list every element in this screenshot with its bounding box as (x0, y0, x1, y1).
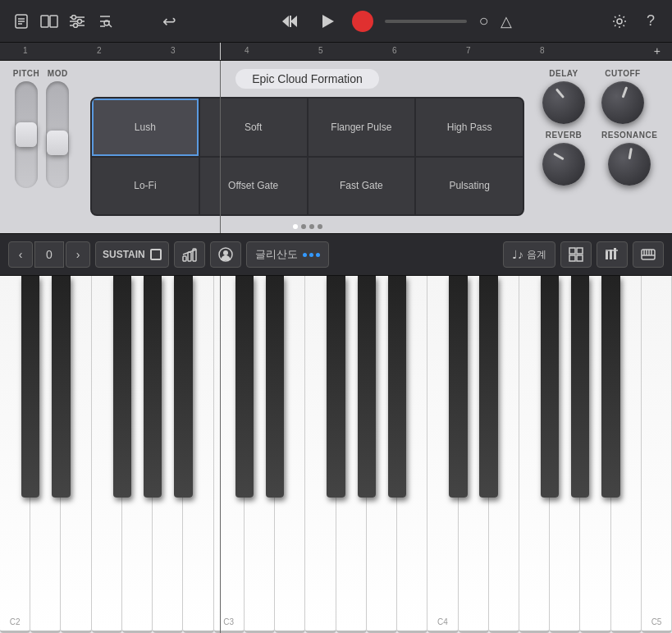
next-button[interactable]: › (66, 241, 90, 268)
pad-pulsating[interactable]: Pulsating (416, 158, 523, 215)
mixer-icon[interactable] (66, 10, 89, 33)
slider-group: PITCH MOD (13, 69, 70, 188)
pad-label-flanger-pulse: Flanger Pulse (331, 122, 391, 133)
document-icon[interactable] (10, 10, 33, 33)
add-track-icon[interactable]: + (654, 44, 661, 57)
black-key-5[interactable] (174, 276, 192, 498)
grid-button[interactable] (560, 241, 592, 268)
resonance-knob[interactable] (608, 143, 651, 186)
rewind-button[interactable] (277, 8, 303, 34)
notes-button[interactable]: ♩♪ 음계 (503, 241, 555, 268)
svg-point-11 (74, 23, 78, 27)
timeline-mark-3: 3 (171, 46, 176, 55)
metronome-icon[interactable]: ○ (478, 11, 488, 30)
arpeggio-button[interactable] (174, 241, 205, 268)
svg-marker-19 (290, 16, 297, 27)
svg-rect-23 (188, 252, 191, 261)
black-key-17[interactable] (541, 276, 559, 498)
notes-label: 음계 (527, 248, 546, 262)
dot-1 (303, 253, 307, 257)
pad-soft[interactable]: Soft (200, 99, 307, 156)
transport-group: ○ △ (277, 8, 511, 34)
settings-icon[interactable] (608, 10, 631, 33)
record-button[interactable] (352, 11, 373, 32)
reverb-knob-container: REVERB (542, 131, 585, 186)
velocity-button[interactable] (597, 241, 628, 268)
chord-button[interactable] (210, 241, 241, 268)
page-dot-4[interactable] (318, 224, 322, 229)
white-key-21[interactable]: C5 (642, 276, 672, 633)
pad-fast-gate[interactable]: Fast Gate (309, 158, 415, 215)
pad-label-fast-gate: Fast Gate (340, 180, 383, 191)
tempo-icon[interactable]: △ (501, 12, 512, 30)
svg-rect-30 (569, 255, 575, 261)
black-key-7[interactable] (235, 276, 254, 498)
page-dot-1[interactable] (293, 224, 298, 229)
svg-rect-32 (606, 251, 608, 259)
glissando-button[interactable]: 글리산도 (246, 241, 329, 268)
black-key-3[interactable] (113, 276, 131, 498)
cutoff-knob-container: CUTOFF (601, 69, 644, 124)
play-button[interactable] (314, 8, 341, 34)
glissando-dots (303, 253, 320, 257)
sustain-label: SUSTAIN (103, 249, 145, 260)
keyboard-container: C2C3C4C5 (0, 276, 672, 633)
prev-button[interactable]: ‹ (8, 241, 33, 268)
black-key-1[interactable] (52, 276, 70, 498)
help-icon[interactable]: ? (639, 10, 662, 33)
toolbar: ↩ ○ △ ? (0, 0, 672, 43)
page-dot-3[interactable] (309, 224, 314, 229)
svg-rect-33 (610, 250, 612, 259)
page-dot-2[interactable] (301, 224, 306, 229)
keyboard-area: C2C3C4C5 (0, 276, 672, 633)
cutoff-knob[interactable] (601, 81, 644, 124)
timeline: 1 2 3 4 5 6 7 8 + (0, 43, 672, 61)
black-key-8[interactable] (266, 276, 284, 498)
pad-lo-fi[interactable]: Lo-Fi (92, 158, 199, 215)
black-key-0[interactable] (21, 276, 39, 498)
key-label-c5: C5 (651, 617, 662, 626)
knob-row-top: DELAY CUTOFF (542, 69, 662, 124)
pitch-slider[interactable] (15, 81, 38, 188)
preset-name-bar[interactable]: Epic Cloud Formation (235, 69, 379, 89)
svg-rect-5 (50, 16, 57, 27)
pad-label-pulsating: Pulsating (449, 180, 489, 191)
black-key-12[interactable] (388, 276, 406, 498)
pitch-mod-section: PITCH MOD (0, 61, 82, 233)
pad-high-pass[interactable]: High Pass (416, 99, 523, 156)
browser-icon[interactable] (94, 10, 117, 33)
tracks-view-icon[interactable] (38, 10, 61, 33)
svg-marker-20 (322, 15, 334, 28)
pitch-label: PITCH (13, 69, 40, 78)
svg-rect-31 (577, 255, 583, 261)
black-key-11[interactable] (358, 276, 376, 498)
octave-value: 0 (34, 241, 64, 268)
undo-icon[interactable]: ↩ (158, 10, 181, 33)
key-label-c4: C4 (437, 617, 448, 626)
black-key-19[interactable] (601, 276, 619, 498)
pitch-thumb (16, 122, 37, 147)
keyboard-button[interactable] (633, 241, 664, 268)
presets-section: Epic Cloud Formation Lush Soft Flanger P… (82, 61, 533, 233)
delay-knob[interactable] (542, 81, 585, 124)
black-key-15[interactable] (479, 276, 497, 498)
mod-slider[interactable] (46, 81, 69, 188)
sustain-button[interactable]: SUSTAIN (95, 241, 169, 268)
reverb-knob[interactable] (542, 143, 585, 186)
resonance-label: RESONANCE (601, 131, 657, 140)
progress-bar[interactable] (385, 20, 467, 23)
pad-label-high-pass: High Pass (447, 122, 492, 133)
pad-lush[interactable]: Lush (92, 99, 199, 156)
timeline-mark-8: 8 (540, 46, 545, 55)
black-key-18[interactable] (571, 276, 589, 498)
pad-flanger-pulse[interactable]: Flanger Pulse (309, 99, 415, 156)
black-key-10[interactable] (327, 276, 345, 498)
black-key-4[interactable] (144, 276, 162, 498)
pad-offset-gate[interactable]: Offset Gate (200, 158, 307, 215)
svg-line-25 (183, 250, 196, 255)
svg-rect-4 (41, 16, 48, 27)
black-key-14[interactable] (449, 276, 467, 498)
right-controls: ♩♪ 음계 (503, 241, 664, 268)
sustain-icon (150, 249, 162, 260)
timeline-mark-5: 5 (318, 46, 323, 55)
